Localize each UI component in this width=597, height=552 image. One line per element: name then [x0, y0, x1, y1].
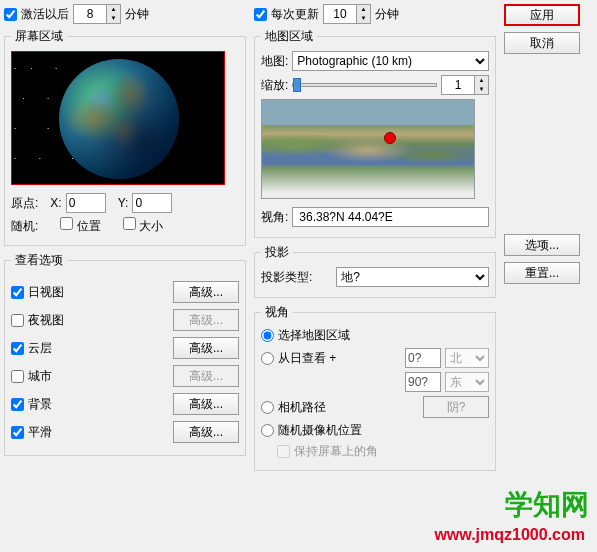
- smooth-advanced-button[interactable]: 高级...: [173, 421, 239, 443]
- angle-val1-input: [405, 348, 441, 368]
- activate-minutes-input[interactable]: [74, 5, 106, 23]
- cancel-button[interactable]: 取消: [504, 32, 580, 54]
- down-arrow-icon[interactable]: ▼: [357, 14, 370, 23]
- update-minutes-input[interactable]: [324, 5, 356, 23]
- earth-preview-image: [11, 51, 225, 185]
- map-region-legend: 地图区域: [261, 28, 317, 45]
- y-label: Y:: [118, 196, 129, 210]
- minutes-label: 分钟: [125, 6, 149, 23]
- night-view-checkbox[interactable]: [11, 314, 24, 327]
- projection-type-label: 投影类型:: [261, 269, 312, 286]
- up-arrow-icon[interactable]: ▲: [357, 5, 370, 14]
- watermark-url: www.jmqz1000.com: [434, 526, 585, 544]
- reset-button[interactable]: 重置...: [504, 262, 580, 284]
- zoom-input[interactable]: [442, 76, 474, 94]
- view-options-group: 查看选项 日视图 高级... 夜视图 高级... 云层 高级... 城市 高级.…: [4, 252, 246, 456]
- down-arrow-icon[interactable]: ▼: [475, 85, 488, 94]
- zoom-label: 缩放:: [261, 77, 288, 94]
- map-label: 地图:: [261, 53, 288, 70]
- apply-button[interactable]: 应用: [504, 4, 580, 26]
- shadow-button: 阴?: [423, 396, 489, 418]
- zoom-slider[interactable]: [292, 83, 437, 87]
- origin-x-input[interactable]: [66, 193, 106, 213]
- keep-screen-checkbox: [277, 445, 290, 458]
- map-select[interactable]: Photographic (10 km): [292, 51, 489, 71]
- day-advanced-button[interactable]: 高级...: [173, 281, 239, 303]
- view-angle-label: 视角:: [261, 209, 288, 226]
- screen-region-legend: 屏幕区域: [11, 28, 67, 45]
- angle-dir1-select: 北: [445, 348, 489, 368]
- angle-group: 视角 选择地图区域 从日查看 + 北 东 相机路径 阴?: [254, 304, 496, 471]
- night-advanced-button: 高级...: [173, 309, 239, 331]
- clouds-checkbox[interactable]: [11, 342, 24, 355]
- background-checkbox[interactable]: [11, 398, 24, 411]
- minutes-label-2: 分钟: [375, 6, 399, 23]
- zoom-spinner[interactable]: ▲▼: [441, 75, 489, 95]
- origin-y-input[interactable]: [132, 193, 172, 213]
- options-button[interactable]: 选项...: [504, 234, 580, 256]
- up-arrow-icon[interactable]: ▲: [107, 5, 120, 14]
- screen-region-group: 屏幕区域 原点: X: Y: 随机: 位置 大小: [4, 28, 246, 246]
- activate-minutes-spinner[interactable]: ▲▼: [73, 4, 121, 24]
- every-update-label: 每次更新: [271, 6, 319, 23]
- location-marker-icon: [384, 132, 396, 144]
- background-advanced-button[interactable]: 高级...: [173, 393, 239, 415]
- down-arrow-icon[interactable]: ▼: [107, 14, 120, 23]
- update-minutes-spinner[interactable]: ▲▼: [323, 4, 371, 24]
- from-sun-radio[interactable]: [261, 352, 274, 365]
- random-label: 随机:: [11, 218, 38, 235]
- activate-after-label: 激活以后: [21, 6, 69, 23]
- every-update-checkbox[interactable]: [254, 8, 267, 21]
- angle-val2-input: [405, 372, 441, 392]
- random-size-checkbox[interactable]: [123, 217, 136, 230]
- city-checkbox[interactable]: [11, 370, 24, 383]
- angle-legend: 视角: [261, 304, 293, 321]
- angle-dir2-select: 东: [445, 372, 489, 392]
- origin-label: 原点:: [11, 195, 38, 212]
- camera-path-radio[interactable]: [261, 401, 274, 414]
- world-map-image[interactable]: [261, 99, 475, 199]
- x-label: X:: [50, 196, 61, 210]
- coords-display: 36.38?N 44.04?E: [292, 207, 489, 227]
- random-position-checkbox[interactable]: [60, 217, 73, 230]
- projection-group: 投影 投影类型: 地?: [254, 244, 496, 298]
- select-map-region-radio[interactable]: [261, 329, 274, 342]
- view-options-legend: 查看选项: [11, 252, 67, 269]
- day-view-checkbox[interactable]: [11, 286, 24, 299]
- clouds-advanced-button[interactable]: 高级...: [173, 337, 239, 359]
- watermark-text: 学知网: [505, 486, 589, 524]
- smooth-checkbox[interactable]: [11, 426, 24, 439]
- projection-type-select[interactable]: 地?: [336, 267, 489, 287]
- random-camera-radio[interactable]: [261, 424, 274, 437]
- city-advanced-button: 高级...: [173, 365, 239, 387]
- activate-after-checkbox[interactable]: [4, 8, 17, 21]
- map-region-group: 地图区域 地图: Photographic (10 km) 缩放: ▲▼ 视角:…: [254, 28, 496, 238]
- projection-legend: 投影: [261, 244, 293, 261]
- up-arrow-icon[interactable]: ▲: [475, 76, 488, 85]
